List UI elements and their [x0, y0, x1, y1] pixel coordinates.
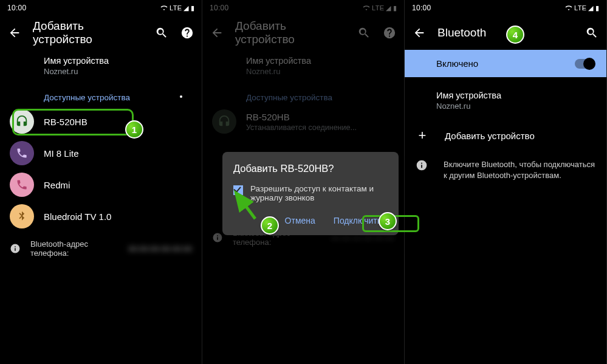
- device-name-label: Имя устройства: [0, 50, 202, 67]
- dialog-title: Добавить RB-520HB?: [233, 163, 388, 174]
- device-label: Redmi: [44, 180, 70, 190]
- step-badge-4: 4: [506, 26, 524, 44]
- device-row-connecting[interactable]: RB-520HB Устанавливается соединение...: [202, 106, 404, 137]
- headphones-icon: [10, 109, 34, 134]
- device-label: Bluedroid TV 1.0: [44, 211, 111, 222]
- step-badge-3: 3: [379, 212, 397, 230]
- bluetooth-toggle-row[interactable]: Включено: [405, 50, 606, 77]
- page-title: Добавить устройство: [33, 19, 143, 46]
- scanning-dot: [180, 95, 182, 98]
- status-time: 10:00: [7, 4, 27, 12]
- device-name-label: Имя устройства: [405, 84, 606, 101]
- status-net: LTE: [170, 4, 182, 12]
- status-right: LTE ◢ ▮: [565, 4, 599, 12]
- step-badge-1: 1: [125, 120, 143, 139]
- help-icon[interactable]: [180, 26, 194, 40]
- appbar: Добавить устройство: [202, 16, 404, 50]
- permission-text: Разрешить доступ к контактам и журналу з…: [250, 184, 388, 202]
- dialog-actions: Отмена Подключить: [233, 212, 388, 229]
- device-label: RB-520HB: [44, 117, 87, 127]
- bt-address-label: Bluetooth-адрес телефона:: [30, 239, 118, 258]
- step-badge-2: 2: [261, 216, 279, 235]
- toggle-label: Включено: [436, 58, 478, 69]
- checkbox-contacts-access[interactable]: [233, 185, 243, 195]
- cancel-button[interactable]: Отмена: [279, 212, 321, 229]
- phone-icon: [10, 173, 34, 197]
- pane-add-device: 10:00 LTE ◢ ▮ Добавить устройство Имя ус…: [0, 0, 202, 364]
- status-time: 10:00: [210, 4, 229, 12]
- available-devices-label: Доступные устройства: [0, 83, 202, 106]
- device-row-bluedroid[interactable]: Bluedroid TV 1.0: [0, 201, 202, 232]
- bluetooth-hint: Включите Bluetooth, чтобы подключаться к…: [405, 153, 606, 187]
- appbar: Добавить устройство: [0, 16, 202, 50]
- add-device-label: Добавить устройство: [445, 131, 535, 141]
- dialog-permission-row[interactable]: Разрешить доступ к контактам и журналу з…: [233, 184, 388, 202]
- headphones-icon: [212, 109, 236, 134]
- bt-address-row: Bluetooth-адрес телефона: 00:00:00:00:00…: [0, 232, 202, 265]
- toggle-switch[interactable]: [575, 59, 594, 69]
- device-name-value[interactable]: Noznet.ru: [405, 101, 606, 118]
- device-row-rb520hb[interactable]: RB-520HB: [0, 106, 202, 137]
- search-icon[interactable]: [585, 26, 599, 40]
- help-icon[interactable]: [382, 26, 397, 40]
- plus-icon: +: [416, 128, 429, 143]
- available-devices-label: Доступные устройства: [202, 83, 404, 106]
- add-device-row[interactable]: + Добавить устройство: [405, 118, 606, 153]
- device-name-value: Noznet.ru: [202, 67, 404, 83]
- status-bar: 10:00 LTE ◢ ▮: [405, 0, 606, 16]
- search-icon[interactable]: [154, 26, 169, 40]
- status-right: LTE ◢ ▮: [160, 4, 194, 12]
- device-row-redmi[interactable]: Redmi: [0, 169, 202, 201]
- signal-icon: ◢: [183, 5, 188, 12]
- status-bar: 10:00 LTE ◢ ▮: [202, 0, 404, 16]
- device-name-label: Имя устройства: [202, 50, 404, 67]
- status-bar: 10:00 LTE ◢ ▮: [0, 0, 202, 16]
- phone-icon: [10, 141, 34, 165]
- info-icon: [10, 242, 21, 255]
- device-label: RB-520HB: [246, 112, 357, 122]
- hint-text: Включите Bluetooth, чтобы подключаться к…: [444, 159, 595, 181]
- status-right: LTE ◢ ▮: [363, 4, 397, 12]
- back-icon[interactable]: [412, 26, 427, 40]
- back-icon[interactable]: [7, 26, 22, 40]
- back-icon[interactable]: [210, 26, 224, 40]
- device-name-value[interactable]: Noznet.ru: [0, 67, 202, 83]
- search-icon[interactable]: [357, 26, 371, 40]
- bt-address-value: 00:00:00:00:00:00: [128, 244, 192, 253]
- connecting-status: Устанавливается соединение...: [246, 123, 357, 132]
- appbar: Bluetooth: [405, 16, 606, 50]
- device-label: MI 8 Lite: [44, 148, 79, 159]
- battery-icon: ▮: [191, 4, 194, 12]
- status-time: 10:00: [412, 4, 431, 12]
- bluetooth-icon: [10, 204, 34, 228]
- device-row-mi8lite[interactable]: MI 8 Lite: [0, 137, 202, 169]
- page-title: Добавить устройство: [235, 19, 346, 46]
- page-title: Bluetooth: [437, 26, 574, 39]
- info-icon: [212, 232, 223, 244]
- info-icon: [416, 159, 428, 171]
- pair-dialog: Добавить RB-520HB? Разрешить доступ к ко…: [222, 152, 399, 235]
- pane-bluetooth: 10:00 LTE ◢ ▮ Bluetooth Включено Имя уст…: [405, 0, 607, 364]
